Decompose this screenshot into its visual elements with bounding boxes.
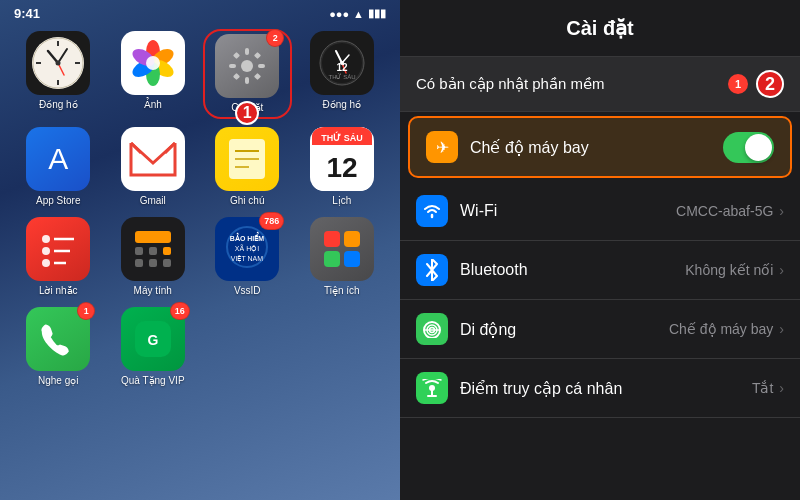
svg-text:VIỆT NAM: VIỆT NAM (231, 255, 263, 263)
wifi-value: CMCC-abaf-5G (676, 203, 773, 219)
app-tien-ich-label: Tiện ích (324, 285, 360, 297)
app-appstore-label: App Store (36, 195, 80, 207)
svg-rect-56 (163, 259, 171, 267)
di-dong-chevron: › (779, 321, 784, 337)
app-nghe-goi-label: Nghe gọi (38, 375, 78, 387)
app-may-tinh-label: Máy tính (134, 285, 172, 297)
svg-point-45 (42, 247, 50, 255)
airplane-label: Chế độ máy bay (470, 138, 723, 157)
bluetooth-label: Bluetooth (460, 261, 685, 279)
app-anh-label: Ảnh (144, 99, 162, 111)
app-lich-label: Lịch (332, 195, 351, 207)
settings-panel: Cài đặt Có bản cập nhật phần mềm 1 2 ✈ C… (400, 0, 800, 500)
svg-point-46 (42, 259, 50, 267)
status-time: 9:41 (14, 6, 40, 21)
svg-text:XÃ HỘI: XÃ HỘI (235, 244, 259, 253)
svg-point-15 (146, 56, 160, 70)
svg-point-16 (241, 60, 253, 72)
app-loi-nhac[interactable]: Lời nhắc (16, 217, 101, 297)
settings-row-di-dong[interactable]: Di động Chế độ máy bay › (400, 300, 800, 359)
app-cai-dat[interactable]: 2 Cài đặt 1 (205, 31, 290, 117)
svg-point-44 (42, 235, 50, 243)
svg-rect-63 (324, 251, 340, 267)
bluetooth-chevron: › (779, 262, 784, 278)
di-dong-value: Chế độ máy bay (669, 321, 773, 337)
svg-rect-19 (229, 64, 236, 68)
svg-text:G: G (147, 332, 158, 348)
svg-rect-24 (254, 73, 261, 80)
update-row-text: Có bản cập nhật phần mềm (416, 75, 728, 93)
phone-badge: 1 (77, 302, 95, 320)
wifi-label: Wi-Fi (460, 202, 676, 220)
app-loi-nhac-label: Lời nhắc (39, 285, 78, 297)
app-gmail[interactable]: Gmail (111, 127, 196, 207)
status-icons: ●●● ▲ ▮▮▮ (329, 7, 386, 20)
settings-row-airplane[interactable]: ✈ Chế độ máy bay (408, 116, 792, 178)
update-row[interactable]: Có bản cập nhật phần mềm 1 2 (400, 57, 800, 112)
svg-rect-54 (135, 259, 143, 267)
settings-list: ✈ Chế độ máy bay Wi-Fi CMCC-abaf-5G › (400, 116, 800, 418)
bluetooth-icon (416, 254, 448, 286)
svg-text:12: 12 (326, 152, 357, 183)
diem-truy-cap-icon (416, 372, 448, 404)
home-screen: 9:41 ●●● ▲ ▮▮▮ (0, 0, 400, 500)
airplane-toggle[interactable] (723, 132, 774, 163)
di-dong-label: Di động (460, 320, 669, 339)
battery-icon: ▮▮▮ (368, 7, 386, 20)
svg-rect-23 (233, 73, 240, 80)
grab-badge: 16 (170, 302, 190, 320)
svg-rect-55 (149, 259, 157, 267)
app-dong-ho[interactable]: Đồng hồ (16, 31, 101, 117)
svg-text:THỨ SÁU: THỨ SÁU (321, 131, 363, 143)
settings-row-bluetooth[interactable]: Bluetooth Không kết nối › (400, 241, 800, 300)
diem-truy-cap-chevron: › (779, 380, 784, 396)
svg-rect-52 (149, 247, 157, 255)
app-vssid-label: VssID (234, 285, 261, 297)
svg-rect-61 (324, 231, 340, 247)
app-dong-ho-label: Đồng hồ (39, 99, 78, 111)
settings-badge: 2 (266, 29, 284, 47)
app-qua-tang[interactable]: G 16 Quà Tặng VIP (111, 307, 196, 387)
app-qua-tang-label: Quà Tặng VIP (121, 375, 185, 387)
wifi-chevron: › (779, 203, 784, 219)
settings-row-wifi[interactable]: Wi-Fi CMCC-abaf-5G › (400, 182, 800, 241)
app-lich[interactable]: THỨ SÁU 12 Lịch (300, 127, 385, 207)
svg-rect-22 (254, 52, 261, 59)
svg-rect-53 (163, 247, 171, 255)
app-vssid[interactable]: BẢO HIỂM XÃ HỘI VIỆT NAM 786 VssID (205, 217, 290, 297)
app-grid: Đồng hồ Ảnh (0, 23, 400, 395)
app-ghi-chu-label: Ghi chú (230, 195, 264, 207)
di-dong-icon (416, 313, 448, 345)
vssid-badge: 786 (259, 212, 284, 230)
svg-text:THỨ SÁU: THỨ SÁU (328, 73, 355, 80)
bluetooth-value: Không kết nối (685, 262, 773, 278)
svg-rect-50 (135, 231, 171, 243)
step-2-label: 2 (756, 70, 784, 98)
diem-truy-cap-value: Tắt (752, 380, 773, 396)
settings-row-diem-truy-cap[interactable]: Điểm truy cập cá nhân Tắt › (400, 359, 800, 418)
app-dong-ho-2[interactable]: THỨ SÁU 12 Đồng hồ (300, 31, 385, 117)
signal-icon: ●●● (329, 8, 349, 20)
app-tien-ich[interactable]: Tiện ích (300, 217, 385, 297)
airplane-icon: ✈ (426, 131, 458, 163)
svg-text:12: 12 (336, 62, 348, 73)
svg-rect-64 (344, 251, 360, 267)
svg-rect-21 (233, 52, 240, 59)
svg-rect-20 (258, 64, 265, 68)
update-badge: 1 (728, 74, 748, 94)
wifi-icon (416, 195, 448, 227)
status-bar: 9:41 ●●● ▲ ▮▮▮ (0, 0, 400, 23)
app-gmail-label: Gmail (140, 195, 166, 207)
app-may-tinh[interactable]: Máy tính (111, 217, 196, 297)
settings-title: Cài đặt (400, 0, 800, 57)
step-1-label: 1 (235, 101, 259, 125)
app-appstore[interactable]: A App Store (16, 127, 101, 207)
app-ghi-chu[interactable]: Ghi chú (205, 127, 290, 207)
svg-point-8 (56, 61, 61, 66)
app-nghe-goi[interactable]: 1 Nghe gọi (16, 307, 101, 387)
wifi-status-icon: ▲ (353, 8, 364, 20)
diem-truy-cap-label: Điểm truy cập cá nhân (460, 379, 752, 398)
svg-rect-62 (344, 231, 360, 247)
app-anh[interactable]: Ảnh (111, 31, 196, 117)
svg-rect-18 (245, 77, 249, 84)
